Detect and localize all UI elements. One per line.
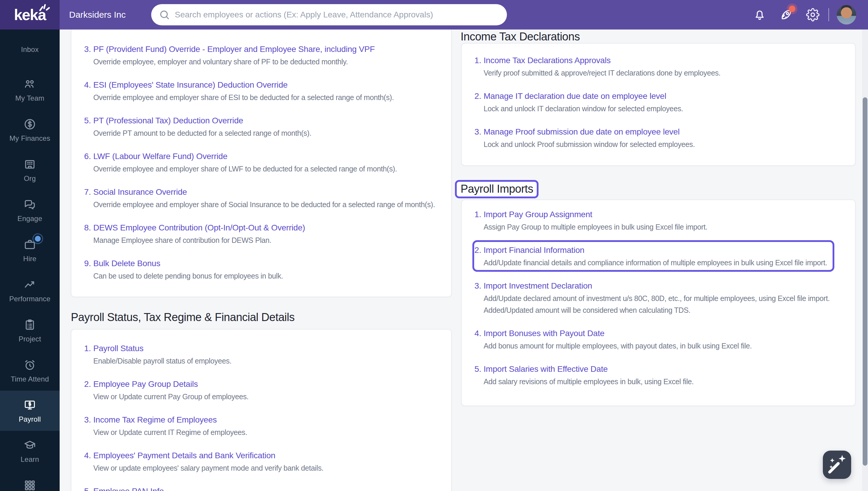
item-link[interactable]: Import Bonuses with Payout Date bbox=[484, 328, 604, 339]
item-link[interactable]: Import Investment Declaration bbox=[484, 281, 592, 291]
global-search[interactable] bbox=[151, 4, 507, 25]
item-link[interactable]: Import Salaries with Effective Date bbox=[484, 364, 608, 374]
top-bar: keka Darksiders Inc bbox=[0, 0, 868, 30]
item-link[interactable]: Employee Pay Group Details bbox=[93, 379, 198, 389]
item-description: Override employee, employer and voluntar… bbox=[93, 57, 375, 67]
item-description: Assign Pay Group to multiple employees i… bbox=[484, 222, 707, 232]
item-link[interactable]: PT (Professional Tax) Deduction Override bbox=[93, 116, 243, 126]
item-link[interactable]: Income Tax Regime of Employees bbox=[93, 415, 217, 425]
overrides-card: 3. PF (Provident Fund) Override - Employ… bbox=[71, 30, 452, 297]
rocket-icon[interactable] bbox=[779, 8, 793, 22]
list-item: 9. Bulk Delete Bonus Can be used to dele… bbox=[79, 258, 444, 281]
item-link[interactable]: Employees' Payment Details and Bank Veri… bbox=[93, 451, 276, 461]
sidebar-item-label: Time Attend bbox=[11, 375, 49, 383]
item-link[interactable]: LWF (Labour Welfare Fund) Override bbox=[93, 151, 227, 162]
item-link[interactable]: Import Pay Group Assignment bbox=[484, 209, 592, 220]
list-item: 1. Import Pay Group Assignment Assign Pa… bbox=[469, 209, 848, 232]
sidebar-item-inbox[interactable]: Inbox bbox=[0, 30, 60, 69]
sidebar-item-label: Inbox bbox=[21, 46, 39, 54]
item-description: Override employee and employer share of … bbox=[93, 92, 394, 103]
item-link[interactable]: Bulk Delete Bonus bbox=[93, 258, 160, 268]
list-item: 3. PF (Provident Fund) Override - Employ… bbox=[79, 44, 444, 67]
team-icon bbox=[23, 77, 37, 91]
item-description: Lock and unlock Proof submission window … bbox=[484, 139, 695, 149]
sidebar: Inbox My Team My Finances Org bbox=[0, 30, 60, 491]
item-description: Override employee and employer share of … bbox=[93, 164, 397, 174]
sidebar-item-apps[interactable]: Apps bbox=[0, 471, 60, 491]
gear-icon[interactable] bbox=[806, 8, 819, 22]
list-item: 8. DEWS Employee Contribution (Opt-In/Op… bbox=[79, 223, 444, 245]
item-number: 3. bbox=[469, 127, 481, 149]
sidebar-item-hire[interactable]: Hire bbox=[0, 230, 60, 270]
item-description: Add/Update financial details and complia… bbox=[484, 258, 827, 268]
item-description: Add bonus amount for multiple employees,… bbox=[484, 341, 752, 351]
item-description: Add/Update declared amount of investment… bbox=[484, 293, 830, 304]
apps-icon bbox=[23, 479, 37, 491]
right-column: Income Tax Declarations 1. Income Tax De… bbox=[460, 30, 856, 406]
item-description: View or update employees' salary payment… bbox=[93, 463, 324, 473]
sidebar-item-payroll[interactable]: Payroll bbox=[0, 391, 60, 431]
item-number: 9. bbox=[79, 258, 91, 281]
item-number: 1. bbox=[469, 55, 481, 78]
highlighted-heading-box: Payroll Imports bbox=[455, 180, 538, 198]
list-item: 7. Social Insurance Override Override em… bbox=[79, 187, 444, 209]
sidebar-item-label: Payroll bbox=[19, 415, 41, 424]
engage-icon bbox=[23, 198, 37, 211]
learn-icon bbox=[23, 438, 37, 452]
list-item: 3. Income Tax Regime of Employees View o… bbox=[79, 415, 444, 437]
item-link[interactable]: Manage IT declaration due date on employ… bbox=[484, 91, 666, 101]
sidebar-item-org[interactable]: Org bbox=[0, 150, 60, 190]
item-number: 5. bbox=[79, 486, 91, 491]
item-number: 2. bbox=[469, 91, 481, 114]
item-description: Override employee and employer share of … bbox=[93, 200, 435, 209]
item-link[interactable]: Manage Proof submission due date on empl… bbox=[484, 127, 680, 137]
highlight-box: Payroll Imports bbox=[455, 180, 538, 198]
page-section-heading: Payroll Status, Tax Regime & Financial D… bbox=[71, 311, 452, 324]
list-item: 5. PT (Professional Tax) Deduction Overr… bbox=[79, 116, 444, 138]
item-description: View or Update current IT Regime of empl… bbox=[93, 427, 247, 437]
item-description: Added/Updated amount will be considered … bbox=[484, 305, 830, 315]
item-number: 3. bbox=[79, 44, 91, 67]
topbar-divider bbox=[829, 8, 829, 21]
item-link[interactable]: DEWS Employee Contribution (Opt-In/Opt-O… bbox=[93, 223, 305, 233]
item-link[interactable]: ESI (Employees' State Insurance) Deducti… bbox=[93, 80, 287, 90]
item-description: Can be used to delete pending bonus for … bbox=[93, 271, 283, 281]
list-item: 4. ESI (Employees' State Insurance) Dedu… bbox=[79, 80, 444, 103]
item-number: 4. bbox=[79, 80, 91, 103]
sidebar-item-performance[interactable]: Performance bbox=[0, 270, 60, 310]
item-link[interactable]: Import Financial Information bbox=[484, 245, 584, 255]
item-description: Verify proof submitted & approve/reject … bbox=[484, 68, 720, 78]
sidebar-item-label: Hire bbox=[23, 255, 37, 263]
item-number: 3. bbox=[469, 281, 481, 315]
magic-wand-fab[interactable] bbox=[823, 451, 851, 479]
item-number: 5. bbox=[469, 364, 481, 386]
bell-icon[interactable] bbox=[753, 8, 766, 22]
item-link[interactable]: Payroll Status bbox=[93, 343, 143, 353]
item-link[interactable]: PF (Provident Fund) Override - Employer … bbox=[93, 44, 375, 54]
sidebar-item-learn[interactable]: Learn bbox=[0, 431, 60, 471]
sidebar-item-my-team[interactable]: My Team bbox=[0, 69, 60, 110]
keka-logo[interactable]: keka bbox=[0, 0, 60, 30]
item-link[interactable]: Social Insurance Override bbox=[93, 187, 187, 197]
item-link[interactable]: Income Tax Declarations Approvals bbox=[484, 55, 611, 65]
list-item: 1. Payroll Status Enable/Disable payroll… bbox=[79, 343, 444, 366]
list-item: 1. Income Tax Declarations Approvals Ver… bbox=[469, 55, 848, 78]
sidebar-item-my-finances[interactable]: My Finances bbox=[0, 110, 60, 150]
sidebar-item-label: Engage bbox=[18, 214, 42, 223]
sidebar-item-engage[interactable]: Engage bbox=[0, 190, 60, 230]
scrollbar-thumb[interactable] bbox=[863, 97, 867, 466]
logo-spark-icon bbox=[38, 4, 51, 14]
item-link[interactable]: Employee PAN Info bbox=[93, 486, 164, 491]
sidebar-item-time-attend[interactable]: Time Attend bbox=[0, 351, 60, 391]
user-avatar[interactable] bbox=[837, 5, 856, 25]
project-icon bbox=[23, 318, 37, 332]
list-item: 3. Manage Proof submission due date on e… bbox=[469, 127, 848, 149]
payroll-imports-card: 1. Import Pay Group Assignment Assign Pa… bbox=[461, 200, 856, 406]
list-item: 2. Import Financial Information Add/Upda… bbox=[469, 245, 848, 268]
list-item: 4. Employees' Payment Details and Bank V… bbox=[79, 451, 444, 473]
item-number: 8. bbox=[79, 223, 91, 245]
search-input[interactable] bbox=[174, 10, 502, 20]
item-number: 2. bbox=[79, 379, 91, 402]
sidebar-item-project[interactable]: Project bbox=[0, 310, 60, 351]
list-item: 3. Import Investment Declaration Add/Upd… bbox=[469, 281, 848, 315]
